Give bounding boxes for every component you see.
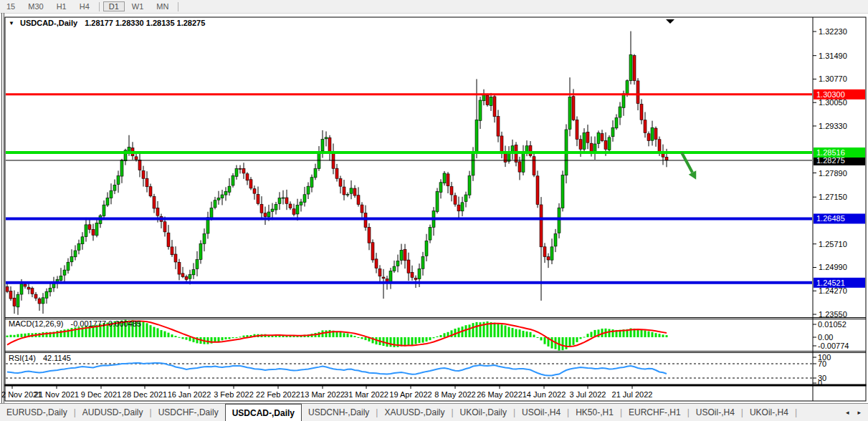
date-label: 3 Feb 2022 (214, 390, 254, 399)
svg-text:1.29330: 1.29330 (819, 122, 847, 130)
svg-text:-0.00774: -0.00774 (818, 342, 849, 350)
svg-text:1.27150: 1.27150 (819, 193, 847, 201)
date-label: 21 Nov 2021 (34, 390, 79, 399)
chart-title: ▼ USDCAD-,Daily 1.28177 1.28330 1.28135 … (9, 19, 205, 27)
timeframe-button-h4[interactable]: H4 (74, 1, 95, 11)
date-label: 19 Apr 2022 (389, 390, 431, 399)
date-label: 8 May 2022 (434, 390, 475, 399)
svg-text:70: 70 (818, 359, 826, 368)
tab-scroll-arrows: ◂▸ (843, 404, 868, 421)
date-label: 21 Jul 2022 (612, 390, 653, 399)
rsi-line (7, 363, 667, 376)
tab-usdcnh-daily-4[interactable]: USDCNH-,Daily (302, 404, 376, 421)
tab-scroll-right-icon[interactable]: ▸ (857, 409, 861, 416)
toolbar-separator (99, 2, 100, 11)
chart-canvas[interactable]: 1.322301.314901.307701.300501.293301.278… (0, 13, 868, 403)
svg-text:1.27890: 1.27890 (819, 169, 847, 178)
chart-root: 1.322301.314901.307701.300501.293301.278… (1, 17, 866, 401)
timeframe-button-15[interactable]: 15 (1, 1, 21, 11)
date-label: 31 Mar 2022 (344, 390, 388, 399)
timeframe-button-mn[interactable]: MN (151, 1, 174, 11)
chart-dropdown-icon[interactable]: ▼ (9, 20, 14, 26)
svg-text:1.30770: 1.30770 (819, 74, 847, 83)
toolbar-separator (178, 2, 178, 11)
timeframe-button-h1[interactable]: H1 (51, 1, 72, 11)
trend-arrow-annotation[interactable] (682, 153, 696, 180)
tab-usoil-h4-10[interactable]: USOil-,H4 (690, 404, 741, 421)
svg-text:1.28516: 1.28516 (816, 148, 845, 157)
timeframe-button-d1[interactable]: D1 (103, 1, 125, 11)
svg-text:1.31490: 1.31490 (819, 52, 847, 60)
pane-frames (5, 17, 866, 401)
macd-values: -0.001777 0.000485 (70, 319, 140, 328)
svg-text:1.24521: 1.24521 (816, 279, 845, 287)
date-label: 9 Dec 2021 (81, 390, 121, 399)
svg-text:0.01052: 0.01052 (818, 320, 846, 329)
tab-audusd-daily-1[interactable]: AUDUSD-,Daily (76, 404, 150, 421)
date-label: 26 May 2022 (477, 390, 523, 399)
date-label: 3 Jul 2022 (570, 390, 606, 399)
chart-shift-marker-icon[interactable] (666, 19, 674, 24)
svg-text:1.26485: 1.26485 (816, 214, 845, 223)
date-label: 28 Dec 2021 (123, 390, 167, 399)
timeframe-toolbar: 15M30H1H4D1W1MN (0, 0, 868, 14)
candlestick-layer (6, 32, 668, 315)
timeframe-button-w1[interactable]: W1 (126, 1, 150, 11)
tab-hk50-h1-8[interactable]: HK50-,H1 (569, 404, 620, 421)
svg-text:0.00: 0.00 (818, 333, 833, 342)
chart-ohlc-values: 1.28177 1.28330 1.28135 1.28275 (85, 19, 205, 27)
svg-text:1.23550: 1.23550 (819, 310, 847, 319)
tab-usdcad-daily-3[interactable]: USDCAD-,Daily (225, 404, 302, 421)
tab-eurusd-daily-0[interactable]: EURUSD-,Daily (0, 404, 74, 421)
svg-text:1.24270: 1.24270 (819, 286, 847, 295)
svg-text:1.30050: 1.30050 (819, 98, 847, 107)
date-label: 14 Jun 2022 (523, 390, 566, 399)
svg-text:1.24990: 1.24990 (819, 263, 847, 271)
tab-separator: | (795, 404, 797, 421)
date-label: 13 Mar 2022 (300, 390, 345, 399)
svg-text:1.32230: 1.32230 (819, 27, 847, 36)
tab-usoil-h4-7[interactable]: USOil-,H4 (515, 404, 567, 421)
tab-scroll-left-icon[interactable]: ◂ (846, 409, 849, 416)
svg-text:1.25710: 1.25710 (819, 240, 847, 248)
date-label: 16 Jan 2022 (168, 390, 211, 399)
rsi-name: RSI(14) (9, 354, 36, 362)
macd-indicator-label: MACD(12,26,9) -0.001777 0.000485 (9, 319, 141, 328)
tab-ukoil-daily-6[interactable]: UKOil-,Daily (454, 404, 513, 421)
tab-ukoil-h4-11[interactable]: UKOil-,H4 (743, 404, 795, 421)
chart-tabs-bar: EURUSD-,Daily|AUDUSD-,Daily|USDCHF-,Dail… (0, 403, 868, 421)
svg-text:1.30300: 1.30300 (816, 90, 845, 99)
date-label: 22 Feb 2022 (256, 390, 300, 399)
macd-name: MACD(12,26,9) (9, 319, 63, 328)
svg-text:0: 0 (818, 379, 822, 387)
tab-eurchf-h1-9[interactable]: EURCHF-,H1 (622, 404, 687, 421)
date-axis[interactable]: 2 Nov 202121 Nov 20219 Dec 202128 Dec 20… (1, 386, 652, 399)
rsi-pane: 10070300 (6, 353, 831, 387)
price-axis[interactable]: 1.322301.314901.307701.300501.293301.278… (813, 27, 865, 319)
timeframe-button-m30[interactable]: M30 (22, 1, 49, 11)
tab-usdchf-daily-2[interactable]: USDCHF-,Daily (152, 404, 225, 421)
rsi-indicator-label: RSI(14) 42.1145 (9, 354, 71, 362)
rsi-value: 42.1145 (43, 354, 71, 362)
chart-symbol-period: USDCAD-,Daily (20, 19, 77, 27)
tab-xauusd-daily-5[interactable]: XAUUSD-,Daily (378, 404, 451, 421)
